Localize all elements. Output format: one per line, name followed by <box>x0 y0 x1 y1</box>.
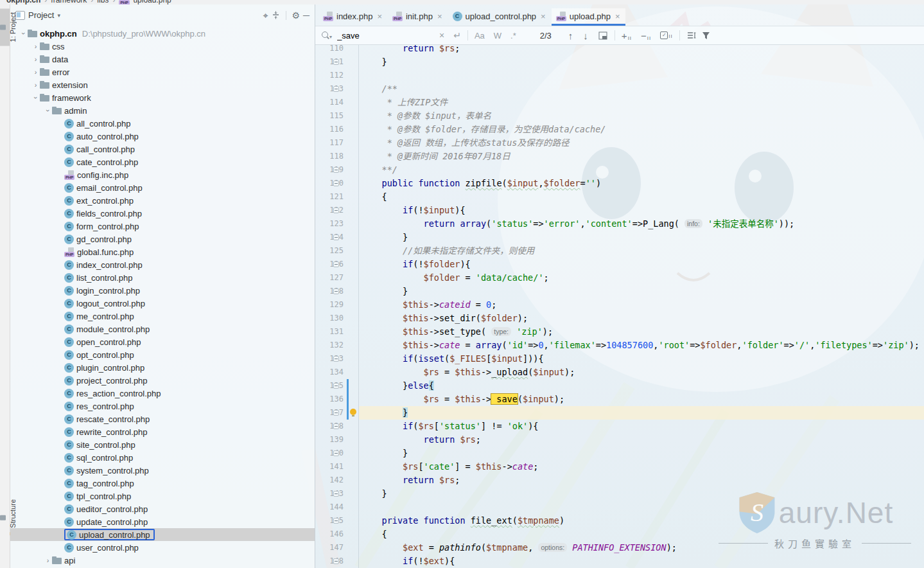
code-editor[interactable]: 110 return $rs;111 }112113 /**114 * 上传ZI… <box>315 45 924 568</box>
editor-tab-init-php[interactable]: PHPinit.php× <box>388 8 448 26</box>
chevron-right-icon[interactable]: › <box>31 81 40 89</box>
project-panel-title[interactable]: Project <box>28 10 54 20</box>
tree-row-tpl_control-php[interactable]: Ctpl_control.php <box>10 490 315 502</box>
tree-row-css[interactable]: ›css <box>10 40 315 53</box>
tree-row-user_control-php[interactable]: Cuser_control.php <box>10 541 315 554</box>
newline-button[interactable]: ↵ <box>453 31 461 40</box>
fold-marker-icon[interactable] <box>333 167 339 173</box>
tool-window-button-project[interactable]: 1: Project <box>0 8 10 46</box>
previous-match-button[interactable]: ↑ <box>568 30 573 41</box>
tree-row-me_control-php[interactable]: Cme_control.php <box>10 310 315 323</box>
tree-row-sql_control-php[interactable]: Csql_control.php <box>10 451 315 464</box>
select-all-occurrences-button[interactable]: ✓II <box>660 31 672 39</box>
editor-tab-upload-php[interactable]: PHPupload.php× <box>552 8 625 26</box>
code-line[interactable]: 126 if(!$folder){ <box>315 258 924 271</box>
tool-window-button-favorites[interactable]: 2: Favorites <box>0 565 10 568</box>
fold-marker-icon[interactable] <box>333 59 339 65</box>
tree-row-tag_control-php[interactable]: Ctag_control.php <box>10 477 315 490</box>
chevron-right-icon[interactable]: › <box>31 42 40 50</box>
code-line[interactable]: 112 <box>315 69 924 82</box>
regex-toggle[interactable]: .* <box>510 31 516 40</box>
breadcrumb-item[interactable]: okphp.cn <box>6 0 40 4</box>
tree-row-site_control-php[interactable]: Csite_control.php <box>10 438 315 451</box>
tree-row-cate_control-php[interactable]: Ccate_control.php <box>10 155 315 168</box>
tree-row-res_action_control-php[interactable]: Cres_action_control.php <box>10 387 315 400</box>
chevron-down-icon[interactable]: › <box>44 107 52 115</box>
tree-row-form_control-php[interactable]: Cform_control.php <box>10 220 315 233</box>
tree-row-ueditor_control-php[interactable]: Cueditor_control.php <box>10 502 315 515</box>
code-line[interactable]: 147 $ext = pathinfo($tmpname, options: P… <box>315 541 924 555</box>
code-line[interactable]: 117 * @返回 数组，上传状态status及保存的路径 <box>315 136 924 150</box>
code-line[interactable]: 118 * @更新时间 2016年07月18日 <box>315 150 924 163</box>
tree-row-call_control-php[interactable]: Ccall_control.php <box>10 143 315 155</box>
in-selection-button[interactable] <box>598 31 607 40</box>
settings-icon[interactable]: ⚙ <box>292 11 301 20</box>
tree-row-framework[interactable]: ›framework <box>10 91 315 104</box>
tree-row-open_control-php[interactable]: Copen_control.php <box>10 335 315 348</box>
code-line[interactable]: 130 $this->set_dir($folder); <box>315 312 924 325</box>
fold-marker-icon[interactable] <box>333 423 339 429</box>
fold-marker-icon[interactable] <box>333 235 339 240</box>
code-line[interactable]: 132 $this->cate = array('id'=>0,'filemax… <box>315 339 924 352</box>
code-line[interactable]: 143 } <box>315 487 924 501</box>
chevron-down-icon[interactable]: › <box>20 30 28 38</box>
code-line[interactable]: 137 } <box>315 406 924 420</box>
tree-row-ext_control-php[interactable]: Cext_control.php <box>10 194 315 207</box>
code-line[interactable]: 120 public function zipfile($input,$fold… <box>315 177 924 190</box>
tree-row-config-inc-php[interactable]: PHPconfig.inc.php <box>10 168 315 181</box>
editor-tab-upload_control-php[interactable]: Cupload_control.php× <box>448 8 551 26</box>
tool-window-button-structure[interactable]: 7: Structure <box>0 495 10 540</box>
fold-marker-icon[interactable] <box>333 491 339 497</box>
tree-row-list_control-php[interactable]: Clist_control.php <box>10 271 315 284</box>
code-line[interactable]: 141 $rs['cate'] = $this->cate; <box>315 460 924 474</box>
tree-row-rescate_control-php[interactable]: Crescate_control.php <box>10 413 315 425</box>
editor-tab-index-php[interactable]: PHPindex.php× <box>318 8 387 26</box>
filter-icon[interactable] <box>702 31 710 40</box>
add-occurrence-button[interactable]: +II <box>622 30 632 41</box>
tree-row-update_control-php[interactable]: Cupdate_control.php <box>10 515 315 528</box>
code-line[interactable]: 114 * 上传ZIP文件 <box>315 96 924 109</box>
close-icon[interactable]: × <box>615 12 620 21</box>
chevron-right-icon[interactable]: › <box>31 55 40 63</box>
tree-row-gd_control-php[interactable]: Cgd_control.php <box>10 233 315 245</box>
clear-search-icon[interactable]: × <box>439 31 444 40</box>
tree-row-opt_control-php[interactable]: Copt_control.php <box>10 348 315 361</box>
fold-marker-icon[interactable] <box>333 86 339 92</box>
code-line[interactable]: 138 if($rs['status'] != 'ok'){ <box>315 420 924 433</box>
code-line[interactable]: 136 $rs = $this->_save($input); <box>315 393 924 406</box>
fold-marker-icon[interactable] <box>333 410 339 416</box>
chevron-right-icon[interactable]: › <box>44 556 52 564</box>
breadcrumb-item[interactable]: libs <box>97 0 109 4</box>
search-input[interactable] <box>336 30 435 41</box>
code-line[interactable]: 119 **/ <box>315 163 924 177</box>
chevron-down-icon[interactable]: › <box>32 94 40 102</box>
code-line[interactable]: 139 return $rs; <box>315 433 924 447</box>
tree-row-global-func-php[interactable]: PHPglobal.func.php <box>10 245 315 258</box>
breadcrumb-item[interactable]: upload.php <box>133 0 171 4</box>
locate-button[interactable]: ⌖ <box>263 11 268 20</box>
code-line[interactable]: 128 } <box>315 285 924 298</box>
tree-row-project_control-php[interactable]: Cproject_control.php <box>10 374 315 387</box>
fold-marker-icon[interactable] <box>333 208 339 213</box>
breadcrumb-item[interactable]: framework <box>51 0 87 4</box>
search-options-button[interactable] <box>687 31 697 39</box>
tree-row-api[interactable]: ›api <box>10 554 315 567</box>
code-line[interactable]: 129 $this->cateid = 0; <box>315 298 924 312</box>
tree-row-login_control-php[interactable]: Clogin_control.php <box>10 284 315 297</box>
hide-panel-button[interactable]: ─ <box>303 11 309 20</box>
code-line[interactable]: 116 * @参数 $folder，存储目录，为空使用data/cache/ <box>315 123 924 136</box>
code-line[interactable]: 133 if(isset($_FILES[$input])){ <box>315 352 924 366</box>
code-line[interactable]: 122 if(!$input){ <box>315 204 924 217</box>
fold-marker-icon[interactable] <box>333 558 339 564</box>
remove-occurrence-button[interactable]: −II <box>641 30 651 41</box>
fold-marker-icon[interactable] <box>333 356 339 362</box>
match-case-toggle[interactable]: Aa <box>475 31 485 40</box>
tree-row-upload_control-php[interactable]: Cupload_control.php <box>10 528 315 541</box>
code-line[interactable]: 144 <box>315 501 924 514</box>
code-line[interactable]: 115 * @参数 $input，表单名 <box>315 109 924 123</box>
tree-row-extension[interactable]: ›extension <box>10 78 315 91</box>
code-line[interactable]: 134 $rs = $this->_upload($input); <box>315 366 924 379</box>
fold-marker-icon[interactable] <box>333 181 339 186</box>
fold-marker-icon[interactable] <box>333 383 339 389</box>
tree-row-error[interactable]: ›error <box>10 66 315 78</box>
